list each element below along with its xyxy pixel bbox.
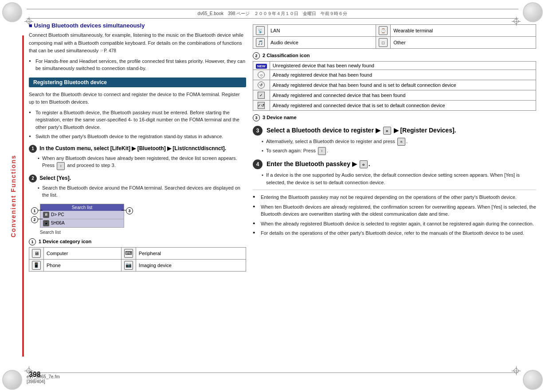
step2-title: 2 Select [Yes].: [29, 175, 246, 182]
circle-icon: ○: [258, 71, 265, 78]
step3-text2: ▶ [Register Devices].: [392, 127, 456, 134]
note-2: When ten Bluetooth devices are already r…: [253, 203, 536, 218]
device-table2-row-2: 🎵 Audio device □ Other: [253, 37, 536, 49]
class-icon-title: 2 2 Classification icon: [253, 52, 536, 59]
computer-icon-cell: 🖥: [29, 247, 44, 259]
wearable-icon-cell: ⌚: [376, 25, 391, 37]
intro-text-main: Connect Bluetooth simultaneously, for ex…: [29, 32, 243, 53]
diagram-label-2: 2: [31, 216, 38, 223]
step1-number: 1: [29, 145, 37, 153]
conn-default-icon: ✓↺: [258, 102, 265, 109]
row2-icon: 📱: [43, 220, 49, 226]
cat-title-text: 1 Device category icon: [39, 238, 91, 244]
phone-label: Phone: [44, 259, 122, 271]
step3-sub2: To search again: Press i.: [253, 147, 536, 155]
other-label: Other: [391, 37, 536, 49]
step1-sub: When any Bluetooth devices have already …: [29, 155, 246, 170]
right-column: 📡 LAN ⌚ Wearable terminal 🎵 Audio device…: [253, 22, 536, 370]
class-row-3: ↺ Already registered device that has bee…: [253, 80, 536, 90]
other-icon: □: [379, 38, 388, 47]
device-table2: 📡 LAN ⌚ Wearable terminal 🎵 Audio device…: [253, 24, 536, 49]
lan-icon: 📡: [256, 26, 265, 35]
new-icon-cell: NEW: [253, 62, 270, 70]
intro-text: Connect Bluetooth simultaneously, for ex…: [29, 31, 246, 55]
circle-icon-cell: ○: [253, 70, 270, 80]
device-name-text: 3 Device name: [263, 115, 296, 120]
audio-icon: 🎵: [256, 38, 265, 47]
search-list-box: Search list 🖥 D> PC 📱 5H06A: [40, 204, 124, 228]
connected-icon: ✓: [258, 92, 265, 99]
device-name-num: 3: [253, 114, 260, 121]
step2-sub: Search the Bluetooth device around the F…: [29, 184, 246, 199]
default-conn-icon: ↺: [258, 82, 265, 89]
footer-bar: e17_dv65_7e.fm [398/404]: [27, 373, 518, 384]
class-desc-2: Already registered device that has been …: [270, 70, 536, 80]
step3-sub1-text: Alternatively, select a Bluetooth device…: [266, 139, 396, 144]
class-title-text: 2 Classification icon: [263, 53, 310, 58]
step3-number: 3: [253, 126, 263, 136]
step1-text: In the Custom menu, select [LifeKit] ▶ […: [39, 145, 226, 151]
class-desc-4: Already registered and connected device …: [270, 90, 536, 101]
main-content: ■ Using Bluetooth devices simultaneously…: [29, 22, 536, 370]
step4-text: Enter the Bluetooth passkey ▶: [267, 160, 359, 167]
lan-icon-cell: 📡: [253, 25, 268, 37]
wearable-label: Wearable terminal: [391, 25, 536, 37]
device-cat-title: 1 1 Device category icon: [29, 238, 246, 245]
search-list-diagram: Search list 🖥 D> PC 📱 5H06A 1 2 3: [40, 204, 124, 228]
class-desc-5: Already registered and connected device …: [270, 101, 536, 111]
reg-bullet-2: Switch the other party's Bluetooth devic…: [29, 133, 246, 140]
bullet-item-1: For Hands-free and Headset services, the…: [29, 58, 246, 72]
peripheral-label: Peripheral: [136, 247, 246, 259]
audio-icon-cell: 🎵: [253, 37, 268, 49]
device-table-row-1: 🖥 Computer ⌨ Peripheral: [29, 247, 246, 259]
computer-icon: 🖥: [32, 249, 41, 258]
step4-key-icon: o: [360, 160, 368, 168]
step3-text-main: Select a Bluetooth device to register ▶: [267, 127, 382, 134]
register-heading: Registering Bluetooth device: [29, 78, 246, 87]
register-intro: Search for the Bluetooth device to conne…: [29, 91, 246, 106]
reg-bullet-1: To register a Bluetooth device, the Blue…: [29, 109, 246, 131]
row1-icon: 🖥: [43, 212, 49, 218]
header-text: dv65_E.book 398 ページ ２００９年４月１０日 金曜日 午前９時６…: [198, 11, 348, 17]
device-name-section: 3 3 Device name: [253, 114, 536, 121]
wearable-icon: ⌚: [379, 26, 388, 35]
classification-table: NEW Unregistered device that has been ne…: [253, 61, 536, 111]
search-list-header: Search list: [40, 204, 124, 211]
step2-text: Select [Yes].: [39, 175, 71, 181]
conn-default-icon-cell: ✓↺: [253, 101, 270, 111]
class-desc-3: Already registered device that has been …: [270, 80, 536, 90]
corner-decoration-tl: [2, 2, 24, 24]
computer-label: Computer: [44, 247, 122, 259]
class-row-1: NEW Unregistered device that has been ne…: [253, 62, 536, 70]
diagram-label-1: 1: [31, 207, 38, 214]
step1-title: 1 In the Custom menu, select [LifeKit] ▶…: [29, 145, 246, 153]
device-table2-row-1: 📡 LAN ⌚ Wearable terminal: [253, 25, 536, 37]
other-icon-cell: □: [376, 37, 391, 49]
class-row-4: ✓ Already registered and connected devic…: [253, 90, 536, 101]
step1-key-icon: i: [57, 162, 65, 170]
diagram-label-3: 3: [126, 207, 133, 214]
step4-title: 4 Enter the Bluetooth passkey ▶ o.: [253, 159, 536, 169]
class-row-2: ○ Already registered device that has bee…: [253, 70, 536, 80]
divider: [253, 190, 536, 190]
footer-pages: [398/404]: [27, 379, 45, 384]
phone-icon-cell: 📱: [29, 259, 44, 271]
note-1: Entering the Bluetooth passkey may not b…: [253, 194, 536, 201]
corner-decoration-br: [521, 368, 543, 390]
left-column: ■ Using Bluetooth devices simultaneously…: [29, 22, 246, 370]
side-bar: [22, 35, 24, 357]
corner-decoration-tr: [521, 2, 543, 24]
cat-num: 1: [29, 238, 36, 245]
search-row1: 🖥 D> PC: [40, 211, 124, 219]
connected-icon-cell: ✓: [253, 90, 270, 101]
imaging-icon: 📷: [124, 261, 133, 270]
step4-sub: If a device is the one supported by Audi…: [253, 171, 536, 186]
note-3: When the already registered Bluetooth de…: [253, 220, 536, 228]
class-row-5: ✓↺ Already registered and connected devi…: [253, 101, 536, 111]
step3-key4-icon: i: [318, 147, 326, 155]
line1: [38, 210, 43, 210]
peripheral-icon: ⌨: [124, 249, 133, 258]
footer-filename: e17_dv65_7e.fm: [27, 374, 60, 379]
device-table-row-2: 📱 Phone 📷 Imaging device: [29, 259, 246, 271]
peripheral-icon-cell: ⌨: [121, 247, 136, 259]
